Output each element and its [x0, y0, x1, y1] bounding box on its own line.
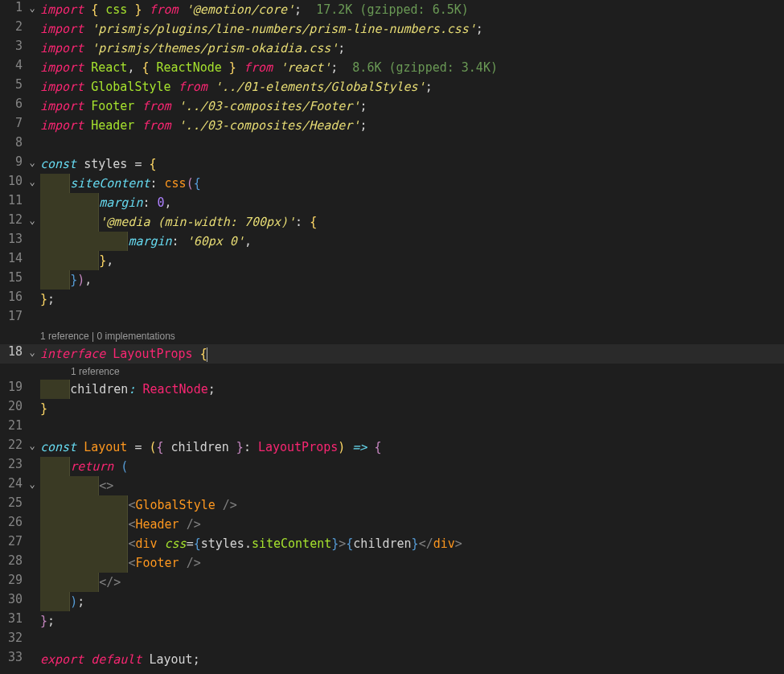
code-line[interactable]: 21: [0, 418, 784, 438]
line-number[interactable]: 9: [0, 154, 26, 169]
line-number[interactable]: 10: [0, 174, 26, 188]
code-line[interactable]: 7import Header from '../03-composites/He…: [0, 116, 784, 135]
code-line[interactable]: 1⌄import { css } from '@emotion/core'; 1…: [0, 0, 784, 19]
line-number[interactable]: 14: [0, 251, 26, 265]
code-content[interactable]: <div css={styles.siteContent}>{children}…: [39, 534, 784, 553]
code-line[interactable]: 26 <Header />: [0, 515, 784, 534]
code-line[interactable]: 28 <Footer />: [0, 553, 784, 573]
code-content[interactable]: );: [39, 592, 784, 611]
code-line[interactable]: 23 return (: [0, 457, 784, 476]
code-line[interactable]: 16};: [0, 290, 784, 309]
code-content[interactable]: interface LayoutProps {: [39, 344, 784, 364]
code-line[interactable]: 13 margin: '60px 0',: [0, 232, 784, 251]
line-number[interactable]: 26: [0, 515, 26, 529]
code-line[interactable]: 29 </>: [0, 573, 784, 592]
line-number[interactable]: 16: [0, 290, 26, 304]
line-number[interactable]: 7: [0, 116, 26, 130]
fold-toggle-icon[interactable]: ⌄: [26, 438, 39, 451]
line-number[interactable]: 12: [0, 212, 26, 227]
code-content[interactable]: }: [39, 399, 784, 418]
code-line[interactable]: 3import 'prismjs/themes/prism-okaidia.cs…: [0, 39, 784, 58]
code-line[interactable]: 19 children: ReactNode;: [0, 380, 784, 399]
code-line[interactable]: 25 <GlobalStyle />: [0, 495, 784, 515]
code-line[interactable]: 4import React, { ReactNode } from 'react…: [0, 58, 784, 77]
line-number[interactable]: 21: [0, 418, 26, 433]
code-line[interactable]: 30 );: [0, 592, 784, 611]
code-content[interactable]: import 'prismjs/themes/prism-okaidia.css…: [39, 39, 784, 58]
line-number[interactable]: 5: [0, 77, 26, 92]
fold-toggle-icon[interactable]: ⌄: [26, 174, 39, 187]
code-line[interactable]: 5import GlobalStyle from '../01-elements…: [0, 77, 784, 97]
line-number[interactable]: 6: [0, 97, 26, 111]
code-content[interactable]: import 'prismjs/plugins/line-numbers/pri…: [39, 19, 784, 39]
line-number[interactable]: 20: [0, 399, 26, 413]
line-number[interactable]: 18: [0, 344, 26, 359]
code-line[interactable]: 2import 'prismjs/plugins/line-numbers/pr…: [0, 19, 784, 39]
fold-toggle-icon[interactable]: ⌄: [26, 476, 39, 490]
line-number[interactable]: 27: [0, 534, 26, 549]
code-content[interactable]: <>: [39, 476, 784, 495]
codelens[interactable]: 1 reference | 0 implementations: [0, 328, 784, 344]
code-editor[interactable]: 1⌄import { css } from '@emotion/core'; 1…: [0, 0, 784, 674]
code-content[interactable]: </>: [39, 573, 784, 592]
code-content[interactable]: margin: 0,: [39, 193, 784, 212]
code-line[interactable]: 12⌄ '@media (min-width: 700px)': {: [0, 212, 784, 232]
code-content[interactable]: },: [39, 251, 784, 270]
code-line[interactable]: 17: [0, 309, 784, 328]
code-line[interactable]: 11 margin: 0,: [0, 193, 784, 212]
code-content[interactable]: export default Layout;: [39, 650, 784, 669]
code-line[interactable]: 20}: [0, 399, 784, 418]
line-number[interactable]: 24: [0, 476, 26, 491]
code-content[interactable]: import React, { ReactNode } from 'react'…: [39, 58, 784, 77]
line-number[interactable]: 1: [0, 0, 26, 14]
code-line[interactable]: 31};: [0, 611, 784, 631]
code-line[interactable]: 18⌄interface LayoutProps {: [0, 344, 784, 364]
code-line[interactable]: 22⌄const Layout = ({ children }: LayoutP…: [0, 438, 784, 457]
code-content[interactable]: const Layout = ({ children }: LayoutProp…: [39, 438, 784, 457]
line-number[interactable]: 22: [0, 438, 26, 452]
code-content[interactable]: import { css } from '@emotion/core'; 17.…: [39, 0, 784, 19]
code-content[interactable]: children: ReactNode;: [39, 380, 784, 399]
line-number[interactable]: 23: [0, 457, 26, 471]
code-line[interactable]: 33export default Layout;: [0, 650, 784, 669]
code-content[interactable]: '@media (min-width: 700px)': {: [39, 212, 784, 232]
line-number[interactable]: 32: [0, 631, 26, 645]
code-line[interactable]: 15 }),: [0, 270, 784, 290]
code-content[interactable]: const styles = {: [39, 154, 784, 174]
code-content[interactable]: }),: [39, 270, 784, 290]
code-content[interactable]: <GlobalStyle />: [39, 495, 784, 515]
code-line[interactable]: 9⌄const styles = {: [0, 154, 784, 174]
line-number[interactable]: 13: [0, 232, 26, 246]
line-number[interactable]: 31: [0, 611, 26, 626]
code-content[interactable]: <Footer />: [39, 553, 784, 573]
code-content[interactable]: import Header from '../03-composites/Hea…: [39, 116, 784, 135]
code-line[interactable]: 27 <div css={styles.siteContent}>{childr…: [0, 534, 784, 553]
code-line[interactable]: 24⌄ <>: [0, 476, 784, 495]
line-number[interactable]: 15: [0, 270, 26, 285]
line-number[interactable]: 8: [0, 135, 26, 150]
line-number[interactable]: 19: [0, 380, 26, 394]
code-content[interactable]: import Footer from '../03-composites/Foo…: [39, 97, 784, 116]
line-number[interactable]: 25: [0, 495, 26, 510]
fold-toggle-icon[interactable]: ⌄: [26, 0, 39, 14]
code-content[interactable]: margin: '60px 0',: [39, 232, 784, 251]
line-number[interactable]: 3: [0, 39, 26, 53]
line-number[interactable]: 11: [0, 193, 26, 208]
code-line[interactable]: 32: [0, 631, 784, 650]
code-content[interactable]: };: [39, 290, 784, 309]
code-content[interactable]: return (: [39, 457, 784, 476]
fold-toggle-icon[interactable]: ⌄: [26, 154, 39, 168]
line-number[interactable]: 29: [0, 573, 26, 587]
code-line[interactable]: 8: [0, 135, 784, 154]
code-content[interactable]: };: [39, 611, 784, 631]
code-line[interactable]: 10⌄ siteContent: css({: [0, 174, 784, 193]
line-number[interactable]: 4: [0, 58, 26, 72]
codelens[interactable]: 1 reference: [0, 364, 784, 380]
code-content[interactable]: siteContent: css({: [39, 174, 784, 193]
fold-toggle-icon[interactable]: ⌄: [26, 344, 39, 358]
line-number[interactable]: 28: [0, 553, 26, 568]
line-number[interactable]: 2: [0, 19, 26, 34]
code-line[interactable]: 14 },: [0, 251, 784, 270]
line-number[interactable]: 30: [0, 592, 26, 606]
fold-toggle-icon[interactable]: ⌄: [26, 212, 39, 226]
